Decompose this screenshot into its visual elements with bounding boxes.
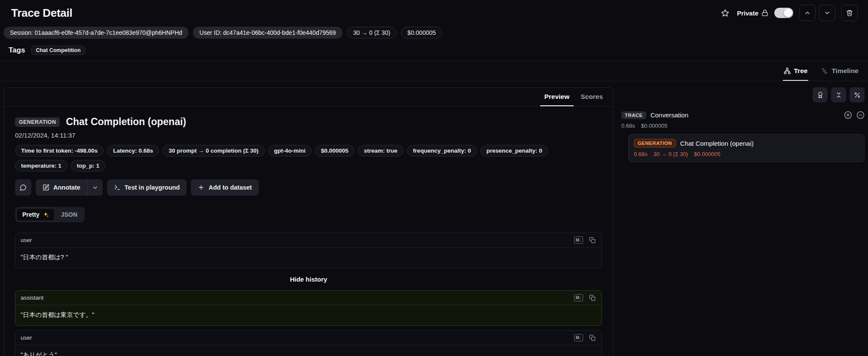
privacy-indicator: Private <box>737 9 768 17</box>
tab-timeline-label: Timeline <box>831 67 859 75</box>
test-in-playground-button[interactable]: Test in playground <box>107 179 187 196</box>
timeline-icon <box>821 68 828 74</box>
node-latency: 0.68s <box>634 151 648 157</box>
expand-all-button[interactable] <box>844 111 852 119</box>
privacy-label: Private <box>737 9 758 17</box>
format-json-button[interactable]: JSON <box>55 208 83 221</box>
view-tabs: Tree Timeline <box>0 61 868 81</box>
message-content: "ありがとう" <box>15 345 602 356</box>
observation-metrics-pills: Time to first token: -498.00s Latency: 0… <box>15 145 602 172</box>
trace-type-badge: TRACE <box>621 111 646 119</box>
header: Trace Detail Private <box>0 0 868 25</box>
format-pretty-label: Pretty <box>22 211 40 218</box>
pen-square-icon <box>43 184 49 191</box>
trace-title: Conversation <box>651 111 840 119</box>
message-assistant: assistant M↓ "日本の首都は東京です。" <box>15 290 602 326</box>
sparkles-icon <box>43 212 49 218</box>
tree-node-generation[interactable]: GENERATION Chat Completion (openai) 0.68… <box>628 134 865 162</box>
next-trace-button[interactable] <box>819 5 835 21</box>
annotate-button[interactable]: Annotate <box>36 179 88 196</box>
pill-token-usage: 30 prompt → 0 completion (Σ 30) <box>162 145 264 157</box>
session-badge[interactable]: Session: 01aaacf6-e0fe-457d-a7de-7c1ee08… <box>3 27 189 39</box>
tab-preview[interactable]: Preview <box>540 88 574 106</box>
comment-button[interactable] <box>15 179 31 196</box>
collapse-all-button[interactable] <box>831 87 846 102</box>
plus-icon <box>198 184 205 191</box>
pill-model[interactable]: gpt-4o-mini <box>268 145 312 157</box>
copy-button[interactable] <box>588 294 596 302</box>
pill-presence-penalty: presence_penalty: 0 <box>480 145 548 157</box>
trash-icon <box>846 9 853 16</box>
node-metrics: 0.68s 30 → 0 (Σ 30) $0.000005 <box>634 151 859 157</box>
trace-root-row[interactable]: TRACE Conversation <box>621 111 865 119</box>
pill-frequency-penalty: frequency_penalty: 0 <box>407 145 477 157</box>
chevron-down-icon <box>824 9 831 16</box>
trace-detail-page: Trace Detail Private <box>0 0 868 356</box>
tree-controls <box>621 87 865 102</box>
plus-circle-icon <box>844 111 852 119</box>
message-header: user M↓ <box>15 331 602 345</box>
lock-icon <box>761 9 768 16</box>
copy-icon <box>589 335 596 341</box>
pill-latency: Latency: 0.68s <box>107 145 159 157</box>
chevron-down-icon <box>92 184 98 191</box>
markdown-toggle-icon[interactable]: M↓ <box>574 334 583 341</box>
message-content: "日本の首都は東京です。" <box>15 305 602 325</box>
tree-network-icon <box>784 68 791 74</box>
award-icon <box>817 92 824 98</box>
collapse-node-button[interactable] <box>856 111 865 119</box>
generation-type-badge: GENERATION <box>15 117 60 127</box>
pill-time-to-first-token: Time to first token: -498.00s <box>15 145 104 157</box>
percent-icon <box>854 92 861 98</box>
observation-header: GENERATION Chat Completion (openai) <box>15 116 602 128</box>
tab-tree-label: Tree <box>794 67 808 75</box>
page-title: Trace Detail <box>11 6 72 20</box>
add-to-dataset-button[interactable]: Add to dataset <box>191 179 259 196</box>
add-to-dataset-label: Add to dataset <box>208 184 252 191</box>
tag-chat-competition[interactable]: Chat Competition <box>31 46 85 55</box>
tab-tree[interactable]: Tree <box>783 61 809 81</box>
test-in-playground-label: Test in playground <box>125 184 180 191</box>
generation-badge: GENERATION <box>634 139 676 147</box>
format-toggle: Pretty JSON <box>15 207 85 222</box>
observation-timestamp: 02/12/2024, 14:11:37 <box>15 132 602 139</box>
copy-button[interactable] <box>588 236 596 244</box>
tab-timeline[interactable]: Timeline <box>820 61 859 81</box>
cost-badge: $0.000005 <box>401 27 442 39</box>
node-token-usage: 30 → 0 (Σ 30) <box>654 151 688 157</box>
previous-trace-button[interactable] <box>799 5 816 21</box>
trace-meta-row: Session: 01aaacf6-e0fe-457d-a7de-7c1ee08… <box>0 25 868 43</box>
messages-list: user M↓ "日本の首都は? " Hide history assistan… <box>15 233 602 356</box>
observation-body: GENERATION Chat Completion (openai) 02/1… <box>4 107 613 356</box>
format-pretty-button[interactable]: Pretty <box>16 208 55 221</box>
metrics-toggle-button[interactable] <box>850 87 865 102</box>
scores-toggle-button[interactable] <box>813 87 828 102</box>
copy-button[interactable] <box>588 334 596 342</box>
pill-stream: stream: true <box>358 145 403 157</box>
pill-top-p: top_p: 1 <box>71 160 106 172</box>
comment-icon <box>20 184 27 191</box>
hide-history-button[interactable]: Hide history <box>15 273 602 286</box>
markdown-toggle-icon[interactable]: M↓ <box>574 294 583 301</box>
trace-metrics: 0.68s $0.000005 <box>621 123 865 129</box>
node-cost: $0.000005 <box>694 151 720 157</box>
node-title: Chat Completion (openai) <box>680 140 754 147</box>
message-role: user <box>21 237 574 243</box>
delete-trace-button[interactable] <box>841 5 858 21</box>
trace-nav-buttons <box>799 5 835 21</box>
public-sharing-toggle[interactable] <box>774 8 793 18</box>
user-id-badge[interactable]: User ID: dc47a41e-06bc-400d-bde1-f0e440d… <box>193 27 342 39</box>
tags-row: Tags Chat Competition <box>0 43 868 61</box>
tab-scores[interactable]: Scores <box>576 88 607 106</box>
bookmark-star-button[interactable] <box>719 7 731 19</box>
markdown-toggle-icon[interactable]: M↓ <box>574 236 583 244</box>
annotate-split-button: Annotate <box>36 179 103 196</box>
annotate-label: Annotate <box>53 184 80 191</box>
minus-circle-icon <box>856 111 865 119</box>
message-content: "日本の首都は? " <box>15 248 602 268</box>
message-role: user <box>21 335 574 341</box>
copy-icon <box>589 295 596 301</box>
annotate-dropdown-button[interactable] <box>88 179 103 196</box>
star-icon <box>721 9 729 17</box>
trace-tree-panel: TRACE Conversation 0.68s $0.000005 GENER <box>621 87 865 162</box>
